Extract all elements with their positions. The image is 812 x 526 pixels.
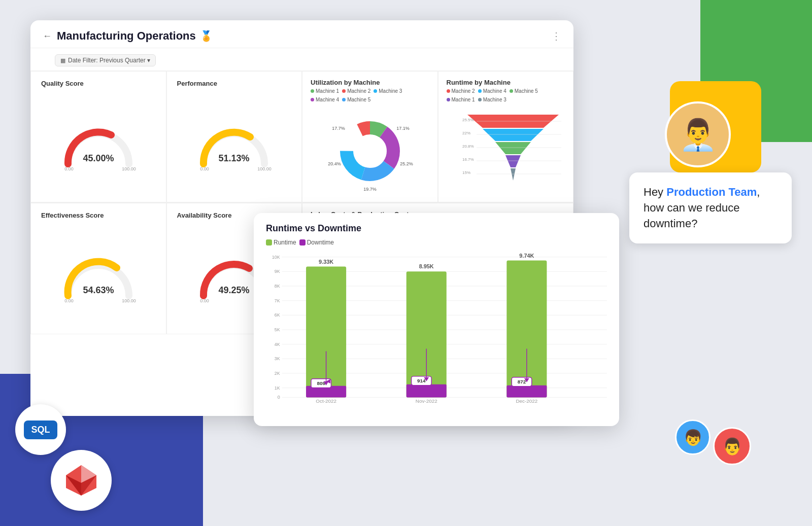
- utilization-legend: Machine 1 Machine 2 Machine 3 Machine 4 …: [311, 88, 429, 102]
- svg-text:19.7%: 19.7%: [363, 187, 377, 192]
- date-filter-button[interactable]: ▦ Date Filter: Previous Quarter ▾: [55, 54, 156, 66]
- legend-label-machine5: Machine 5: [347, 97, 370, 102]
- svg-text:Dec-2022: Dec-2022: [516, 398, 537, 404]
- utilization-chart-card: Utilization by Machine Machine 1 Machine…: [302, 71, 438, 202]
- dot-m3: [478, 98, 482, 101]
- utilization-title: Utilization by Machine: [311, 79, 429, 86]
- effectiveness-score-card: Effectiveness Score 54.63% 0.00 100.00: [30, 203, 166, 334]
- quality-score-card: Quality Score 45.00% 0.00 100.00: [30, 71, 166, 202]
- svg-text:6K: 6K: [275, 312, 280, 318]
- runtime-machine-legend: Machine 2 Machine 4 Machine 5 Machine 1 …: [447, 88, 565, 102]
- sql-label: SQL: [24, 420, 57, 439]
- svg-text:17.1%: 17.1%: [396, 126, 410, 131]
- legend-dot-machine4: [311, 98, 314, 101]
- back-button[interactable]: ←: [43, 31, 52, 42]
- effectiveness-gauge-container: 54.63% 0.00 100.00: [41, 223, 156, 328]
- legend-downtime-dot: [299, 239, 306, 246]
- legend-downtime-label: Downtime: [307, 239, 334, 246]
- quality-gauge-container: 45.00% 0.00 100.00: [41, 91, 156, 196]
- sql-badge: SQL: [15, 404, 66, 455]
- trophy-icon: 🏅: [200, 30, 213, 42]
- svg-text:8K: 8K: [275, 284, 280, 289]
- db-badge: [51, 450, 112, 511]
- runtime-machine-card: Runtime by Machine Machine 2 Machine 4 M…: [438, 71, 574, 202]
- dot-m4: [478, 89, 482, 93]
- avatar-main: 👨‍💼: [665, 101, 731, 167]
- svg-text:45.00%: 45.00%: [83, 153, 114, 163]
- legend-m3: Machine 3: [478, 97, 506, 102]
- bar-nov-downtime: [407, 384, 447, 398]
- legend-runtime: Runtime: [266, 239, 296, 246]
- runtime-downtime-title: Runtime vs Downtime: [266, 223, 361, 234]
- quality-gauge-svg: 45.00% 0.00 100.00: [58, 116, 139, 171]
- effectiveness-title: Effectiveness Score: [41, 212, 104, 219]
- legend-m1: Machine 1: [447, 97, 475, 102]
- dot-m1: [447, 98, 450, 101]
- svg-text:16.7%: 16.7%: [462, 157, 474, 162]
- svg-marker-17: [483, 129, 544, 141]
- svg-text:872: 872: [518, 379, 526, 384]
- bar-dec-downtime: [506, 385, 547, 398]
- page-title: Manufacturing Operations: [57, 29, 196, 43]
- svg-text:51.13%: 51.13%: [219, 153, 250, 163]
- svg-marker-19: [505, 155, 521, 167]
- avatar-small-2: 👨: [713, 427, 751, 465]
- legend-runtime-label: Runtime: [274, 239, 296, 246]
- svg-text:7K: 7K: [275, 298, 280, 303]
- legend-label-machine4: Machine 4: [316, 97, 339, 102]
- svg-text:25.5%: 25.5%: [462, 118, 474, 122]
- svg-text:8.95K: 8.95K: [419, 263, 434, 269]
- svg-text:22%: 22%: [462, 131, 470, 135]
- runtime-downtime-card: Runtime vs Downtime Runtime Downtime 10K…: [254, 213, 619, 426]
- legend-m5: Machine 5: [510, 88, 538, 94]
- svg-text:3K: 3K: [275, 356, 280, 361]
- svg-text:4K: 4K: [275, 342, 280, 347]
- svg-text:809: 809: [317, 380, 325, 386]
- legend-dot-machine3: [374, 89, 377, 93]
- legend-downtime: Downtime: [299, 239, 334, 246]
- effectiveness-gauge-svg: 54.63% 0.00 100.00: [58, 248, 139, 303]
- legend-m4: Machine 4: [478, 88, 506, 94]
- quality-score-title: Quality Score: [41, 80, 84, 87]
- legend-dot-machine1: [311, 89, 314, 93]
- legend-runtime-dot: [266, 239, 272, 246]
- legend-label-machine2: Machine 2: [347, 88, 370, 94]
- svg-text:0.00: 0.00: [64, 166, 74, 171]
- avatar-small-1: 👦: [675, 419, 710, 455]
- svg-text:100.00: 100.00: [122, 298, 136, 303]
- svg-text:20.8%: 20.8%: [462, 144, 474, 149]
- svg-marker-20: [511, 168, 516, 181]
- svg-text:2K: 2K: [275, 371, 280, 376]
- legend-label-machine3: Machine 3: [379, 88, 402, 94]
- svg-text:0.00: 0.00: [64, 298, 74, 303]
- runtime-machine-title: Runtime by Machine: [447, 79, 565, 86]
- legend-machine5: Machine 5: [342, 97, 370, 102]
- legend-machine4: Machine 4: [311, 97, 339, 102]
- funnel-svg: 25.5% 22% 20.8% 16.7% 15%: [462, 115, 564, 188]
- svg-text:100.00: 100.00: [122, 166, 136, 171]
- svg-text:17.7%: 17.7%: [332, 126, 345, 131]
- performance-card: Performance 51.13% 0.00 100.00: [166, 71, 302, 202]
- svg-text:914: 914: [417, 378, 426, 383]
- svg-text:1K: 1K: [275, 385, 280, 391]
- filter-icon: ▦: [60, 57, 65, 64]
- donut-center: [355, 136, 385, 166]
- legend-machine2: Machine 2: [342, 88, 370, 94]
- more-options-button[interactable]: ⋮: [551, 30, 561, 42]
- svg-text:0.00: 0.00: [200, 298, 209, 303]
- svg-text:9K: 9K: [275, 269, 280, 274]
- runtime-downtime-svg: 10K 9K 8K 7K 6K 5K 4K 3K 2K 1K 0: [266, 250, 607, 407]
- svg-text:Nov-2022: Nov-2022: [416, 398, 437, 404]
- utilization-donut-svg: 17.7% 17.1% 25.2% 19.7% 20.4%: [324, 111, 416, 192]
- svg-text:9.33K: 9.33K: [319, 259, 333, 265]
- performance-gauge-svg: 51.13% 0.00 100.00: [193, 116, 275, 171]
- svg-marker-18: [495, 142, 531, 154]
- legend-dot-machine5: [342, 98, 346, 101]
- svg-text:9.74K: 9.74K: [519, 253, 534, 259]
- svg-text:10K: 10K: [272, 255, 280, 260]
- legend-label-machine1: Machine 1: [316, 88, 339, 94]
- dashboard-header: ← Manufacturing Operations 🏅 ⋮: [30, 20, 573, 48]
- svg-text:0.00: 0.00: [200, 166, 209, 171]
- svg-text:100.00: 100.00: [257, 166, 272, 171]
- performance-title: Performance: [177, 80, 217, 87]
